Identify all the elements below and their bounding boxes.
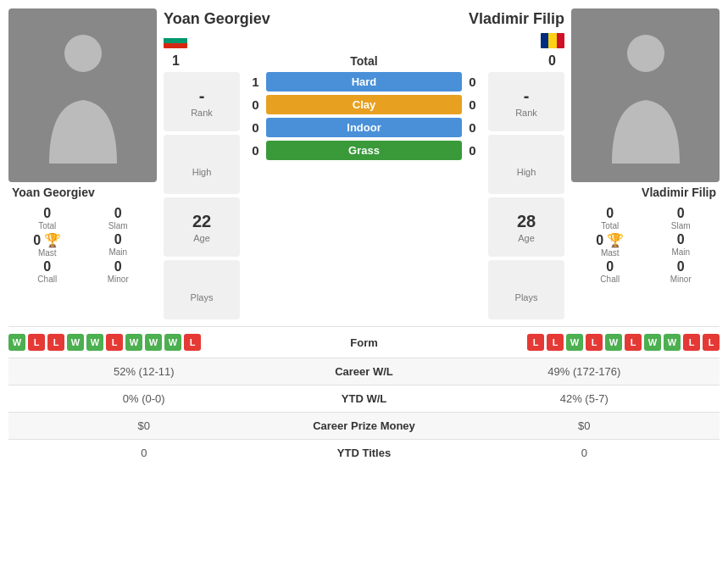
form-badge-left: L xyxy=(47,334,64,351)
right-player-name: Vladimir Filip xyxy=(575,186,716,199)
total-score-left: 1 xyxy=(165,53,186,69)
left-slam-stat: 0 Slam xyxy=(85,206,153,230)
form-badge-right: W xyxy=(605,334,622,351)
clay-badge: Clay xyxy=(266,95,462,114)
hard-score-row: 1 Hard 0 xyxy=(245,72,483,92)
left-trophy-icon: 🏆 xyxy=(44,232,61,248)
surface-score-rows: 1 Hard 0 0 Clay 0 0 Indoor 0 xyxy=(245,72,483,319)
left-chall-stat: 0 Chall xyxy=(14,259,81,284)
indoor-score-row: 0 Indoor 0 xyxy=(245,118,483,137)
right-minor-stat: 0 Minor xyxy=(647,259,715,284)
center-left-name: Yoan Georgiev xyxy=(164,10,270,28)
form-badge-right: L xyxy=(586,334,603,351)
grass-score-row: 0 Grass 0 xyxy=(245,141,483,160)
indoor-badge: Indoor xyxy=(266,118,462,137)
stat-row-center-3: YTD Titles xyxy=(280,447,449,459)
stat-row-right-1: 42% (5-7) xyxy=(449,392,720,405)
total-label: Total xyxy=(186,54,542,68)
right-stats-grid: 0 Total 0 Slam 0 🏆 Mast xyxy=(575,203,716,287)
right-player-photo xyxy=(571,8,720,182)
right-total-stat: 0 Total xyxy=(576,206,644,230)
form-badge-left: W xyxy=(145,334,162,351)
hard-score-left: 1 xyxy=(245,75,266,89)
form-row: WLLWWLWWWL Form LLWLWLWWLL xyxy=(8,326,720,358)
stat-row-center-0: Career W/L xyxy=(280,365,449,378)
svg-point-0 xyxy=(64,35,102,72)
form-badge-right: L xyxy=(527,334,544,351)
form-badge-right: L xyxy=(547,334,564,351)
left-stats-grid: 0 Total 0 Slam 0 🏆 Mast xyxy=(12,203,153,287)
form-badge-left: W xyxy=(125,334,142,351)
right-form-badges: LLWLWLWWLL xyxy=(449,334,720,351)
left-mast-stat: 0 🏆 Mast xyxy=(14,232,81,258)
total-score-row: 1 Total 0 xyxy=(164,53,564,69)
svg-point-1 xyxy=(627,35,664,72)
right-trophy-icon: 🏆 xyxy=(607,232,624,248)
stat-row-left-3: 0 xyxy=(8,447,280,459)
main-container: Yoan Georgiev 0 Total 0 Slam 0 🏆 xyxy=(0,0,728,474)
right-trophy-row: 0 🏆 xyxy=(596,232,624,248)
bottom-stats-container: 52% (12-11) Career W/L 49% (172-176) 0% … xyxy=(8,358,720,466)
center-right-name: Vladimir Filip xyxy=(469,10,564,28)
total-score-right: 0 xyxy=(542,53,563,69)
left-high-card: High xyxy=(164,135,240,194)
right-rank-card: - Rank xyxy=(488,72,564,131)
stat-row-left-1: 0% (0-0) xyxy=(8,392,280,405)
indoor-score-right: 0 xyxy=(462,120,483,135)
bottom-stat-row: 0% (0-0) YTD W/L 42% (5-7) xyxy=(8,385,720,412)
form-badge-left: L xyxy=(184,334,201,351)
indoor-score-left: 0 xyxy=(245,120,266,135)
right-player-photo-panel: Vladimir Filip 0 Total 0 Slam 0 🏆 xyxy=(571,8,720,287)
form-badge-right: W xyxy=(664,334,681,351)
clay-score-row: 0 Clay 0 xyxy=(245,95,483,114)
left-player-name: Yoan Georgiev xyxy=(12,186,153,199)
left-player-photo xyxy=(8,8,157,182)
right-age-card: 28 Age xyxy=(488,197,564,257)
right-plays-card: Plays xyxy=(488,260,564,319)
left-total-stat: 0 Total xyxy=(14,206,81,230)
stat-row-right-0: 49% (172-176) xyxy=(449,365,720,378)
stat-row-center-2: Career Prize Money xyxy=(280,419,449,432)
form-badge-left: W xyxy=(164,334,181,351)
right-chall-stat: 0 Chall xyxy=(576,259,644,284)
form-badge-left: L xyxy=(28,334,45,351)
right-mast-stat: 0 🏆 Mast xyxy=(576,232,644,258)
stat-row-right-2: $0 xyxy=(449,419,720,432)
grass-score-left: 0 xyxy=(245,143,266,158)
left-player-photo-panel: Yoan Georgiev 0 Total 0 Slam 0 🏆 xyxy=(8,8,157,287)
right-slam-stat: 0 Slam xyxy=(647,206,715,230)
right-main-stat: 0 Main xyxy=(647,232,715,258)
left-main-stat: 0 Main xyxy=(85,232,153,258)
clay-score-left: 0 xyxy=(245,97,266,112)
form-badge-left: W xyxy=(86,334,103,351)
hard-score-right: 0 xyxy=(462,75,483,89)
form-badge-right: L xyxy=(683,334,700,351)
bottom-section: WLLWWLWWWL Form LLWLWLWWLL 52% (12-11) C… xyxy=(8,326,720,466)
left-silhouette-icon xyxy=(41,28,125,164)
left-plays-card: Plays xyxy=(164,260,240,319)
grass-score-right: 0 xyxy=(462,143,483,158)
form-badge-right: L xyxy=(625,334,642,351)
bottom-stat-row: 52% (12-11) Career W/L 49% (172-176) xyxy=(8,358,720,385)
left-rank-card: - Rank xyxy=(164,72,240,131)
right-high-card: High xyxy=(488,135,564,194)
scores-and-cards: - Rank High 22 Age Plays xyxy=(164,72,564,319)
left-minor-stat: 0 Minor xyxy=(85,259,153,284)
form-badge-left: W xyxy=(67,334,84,351)
clay-score-right: 0 xyxy=(462,97,483,112)
form-label: Form xyxy=(280,336,449,349)
right-stat-cards: - Rank High 28 Age Plays xyxy=(488,72,564,319)
stat-row-right-3: 0 xyxy=(449,447,720,459)
form-badge-left: L xyxy=(106,334,123,351)
left-flag xyxy=(164,33,187,48)
form-badge-right: L xyxy=(703,334,720,351)
form-badge-right: W xyxy=(566,334,583,351)
left-trophy-row: 0 🏆 xyxy=(33,232,61,248)
hard-badge: Hard xyxy=(266,72,462,92)
stat-row-left-2: $0 xyxy=(8,419,280,432)
grass-badge: Grass xyxy=(266,141,462,160)
right-flag xyxy=(541,33,564,48)
stat-row-left-0: 52% (12-11) xyxy=(8,365,280,378)
stat-row-center-1: YTD W/L xyxy=(280,392,449,405)
form-badge-right: W xyxy=(644,334,661,351)
